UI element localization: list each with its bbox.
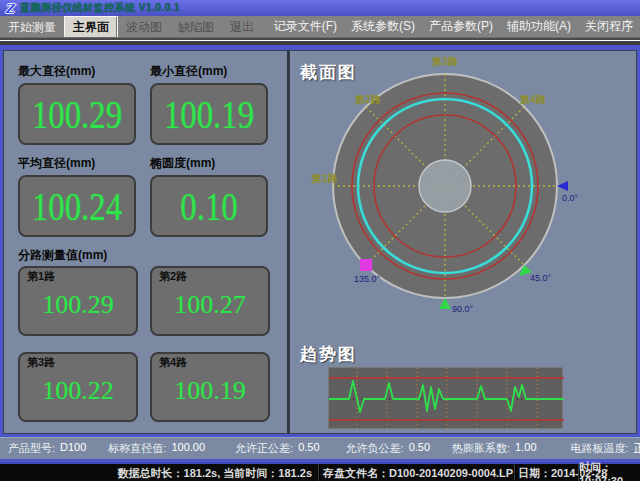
max-diameter-display: 100.29 [18,83,136,145]
marker-0deg-icon [557,181,568,191]
tabstrip-base [0,38,640,45]
ovality-label: 椭圆度(mm) [150,155,268,172]
tab-wave-view[interactable]: 波动图 [118,16,170,37]
board-temperature-status: 电路板温度:正在获取，请稍等 [571,441,640,456]
channel-2-value: 100.27 [152,268,268,334]
tab-main-view[interactable]: 主界面 [64,16,118,37]
angle-label-0: 0.0° [562,193,579,203]
trend-chart [328,367,563,429]
ovality-value: 0.10 [180,183,237,230]
channel-2-display: 第2路 100.27 [150,266,270,336]
negative-tolerance: 允许负公差:0.50 [346,441,430,456]
trend-view-title: 趋势图 [300,343,357,366]
product-info-bar: 产品型号:D100 标称直径值:100.00 允许正公差:0.50 允许负公差:… [0,437,640,459]
channel-3-display: 第3路 100.22 [18,352,138,422]
marker-90deg-icon [439,298,451,309]
channel-4-display: 第4路 100.19 [150,352,270,422]
channel-3-value: 100.22 [20,354,136,420]
app-window: Z 蓝鹏测径仪线材监控系统 V1.0.0.1 开始测量 主界面 波动图 缺陷图 … [0,0,640,481]
channel-grid: 第1路 100.29 第2路 100.27 第3路 100.22 第4路 100… [18,266,278,422]
ovality-display: 0.10 [150,175,268,237]
min-diameter-group: 最小直径(mm) 100.19 [150,63,268,145]
channel-1-value: 100.29 [20,268,136,334]
positive-tolerance: 允许正公差:0.50 [235,441,319,456]
angle-label-90: 90.0° [452,304,474,314]
readout-panel: 最大直径(mm) 100.29 最小直径(mm) 100.19 平均直径(mm) [3,50,289,434]
status-save-filename: 存盘文件名：D100-20140209-0004.LP [318,464,514,481]
menu-items: 记录文件(F) 系统参数(S) 产品参数(P) 辅助功能(A) 关闭程序 [267,16,640,37]
main-area: 最大直径(mm) 100.29 最小直径(mm) 100.19 平均直径(mm) [0,50,640,434]
menu-record-file[interactable]: 记录文件(F) [267,18,344,35]
tab-exit[interactable]: 退出 [222,16,262,37]
thermal-expansion-coeff: 热膨胀系数:1.00 [452,441,536,456]
avg-diameter-label: 平均直径(mm) [18,155,136,172]
product-model: 产品型号:D100 [8,441,86,456]
channel-1-display: 第1路 100.29 [18,266,138,336]
section-label-path2: 第2路 [354,94,382,105]
trend-chart-plot [329,368,564,430]
menu-bar: 开始测量 主界面 波动图 缺陷图 退出 记录文件(F) 系统参数(S) 产品参数… [0,16,640,38]
nominal-diameter: 标称直径值:100.00 [108,441,205,456]
menu-product-params[interactable]: 产品参数(P) [422,18,500,35]
avg-diameter-group: 平均直径(mm) 100.24 [18,155,136,237]
menu-aux-functions[interactable]: 辅助功能(A) [500,18,578,35]
max-diameter-group: 最大直径(mm) 100.29 [18,63,136,145]
avg-diameter-display: 100.24 [18,175,136,237]
channel-section-label: 分路测量值(mm) [18,247,287,264]
graphics-panel: 截面图 第3路 第2路 [289,50,637,434]
angle-label-135: 135.0° [354,274,381,284]
angle-label-45: 45.0° [530,273,552,283]
section-label-path3: 第3路 [431,56,459,67]
ovality-group: 椭圆度(mm) 0.10 [150,155,268,237]
tab-start-measure[interactable]: 开始测量 [0,16,64,37]
title-bar: Z 蓝鹏测径仪线材监控系统 V1.0.0.1 [0,0,640,16]
tab-defect-view[interactable]: 缺陷图 [170,16,222,37]
max-diameter-value: 100.29 [32,91,122,138]
center-hub-circle [419,160,471,212]
status-bar: 数据总时长：181.2s, 当前时间：181.2s 存盘文件名：D100-201… [0,462,640,481]
status-durations: 数据总时长：181.2s, 当前时间：181.2s [0,464,318,481]
menu-close-program[interactable]: 关闭程序 [578,18,640,35]
min-diameter-display: 100.19 [150,83,268,145]
app-logo-icon: Z [3,2,16,15]
window-title: 蓝鹏测径仪线材监控系统 V1.0.0.1 [20,1,180,15]
status-time: 时间：10:07:30 [578,464,640,481]
section-label-path4: 第4路 [519,94,547,105]
status-date: 日期：2014-02-28 [514,464,578,481]
min-diameter-value: 100.19 [164,91,254,138]
avg-diameter-value: 100.24 [32,183,122,230]
max-diameter-label: 最大直径(mm) [18,63,136,80]
min-diameter-label: 最小直径(mm) [150,63,268,80]
cross-section-view: 第3路 第2路 第4路 第1路 0.0° 45.0° 90.0° 135.0° [290,51,635,336]
channel-4-value: 100.19 [152,354,268,420]
marker-135deg-icon [360,259,372,271]
section-label-path1: 第1路 [311,173,339,184]
menu-system-params[interactable]: 系统参数(S) [344,18,422,35]
